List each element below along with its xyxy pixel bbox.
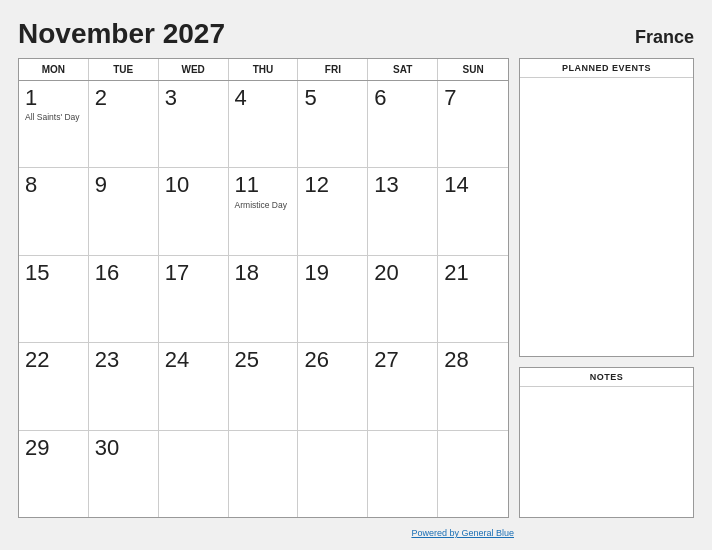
calendar-cell <box>368 431 438 517</box>
notes-title: NOTES <box>520 368 693 387</box>
calendar-cell: 12 <box>298 168 368 254</box>
day-number: 28 <box>444 348 502 372</box>
planned-events-title: PLANNED EVENTS <box>520 59 693 78</box>
day-number: 26 <box>304 348 361 372</box>
calendar-cell: 26 <box>298 343 368 429</box>
calendar-row: 22232425262728 <box>19 343 508 430</box>
day-number: 25 <box>235 348 292 372</box>
calendar-header: MONTUEWEDTHUFRISATSUN <box>19 59 508 81</box>
day-number: 4 <box>235 86 292 110</box>
day-number: 11 <box>235 173 292 197</box>
day-number: 8 <box>25 173 82 197</box>
calendar-cell <box>438 431 508 517</box>
calendar-cell: 11Armistice Day <box>229 168 299 254</box>
day-number: 9 <box>95 173 152 197</box>
main-area: MONTUEWEDTHUFRISATSUN 1All Saints' Day23… <box>18 58 694 518</box>
calendar-row: 15161718192021 <box>19 256 508 343</box>
calendar-row: 2930 <box>19 431 508 517</box>
calendar-cell: 27 <box>368 343 438 429</box>
planned-events-box: PLANNED EVENTS <box>519 58 694 357</box>
calendar-cell: 19 <box>298 256 368 342</box>
calendar-cell: 22 <box>19 343 89 429</box>
day-number: 23 <box>95 348 152 372</box>
day-number: 16 <box>95 261 152 285</box>
day-number: 17 <box>165 261 222 285</box>
day-number: 12 <box>304 173 361 197</box>
calendar-cell: 20 <box>368 256 438 342</box>
country-label: France <box>635 27 694 48</box>
day-number: 27 <box>374 348 431 372</box>
calendar-cell: 30 <box>89 431 159 517</box>
day-number: 15 <box>25 261 82 285</box>
calendar-cell: 3 <box>159 81 229 167</box>
day-of-week-header: MON <box>19 59 89 80</box>
calendar-cell: 24 <box>159 343 229 429</box>
calendar-title: November 2027 <box>18 18 225 50</box>
day-number: 1 <box>25 86 82 110</box>
calendar-cell: 13 <box>368 168 438 254</box>
header: November 2027 France <box>18 18 694 50</box>
calendar-cell: 17 <box>159 256 229 342</box>
calendar-cell: 25 <box>229 343 299 429</box>
day-of-week-header: SAT <box>368 59 438 80</box>
calendar-row: 891011Armistice Day121314 <box>19 168 508 255</box>
footer: Powered by General Blue <box>18 522 694 540</box>
holiday-label: Armistice Day <box>235 200 292 210</box>
calendar-cell: 23 <box>89 343 159 429</box>
day-number: 10 <box>165 173 222 197</box>
day-of-week-header: FRI <box>298 59 368 80</box>
day-number: 18 <box>235 261 292 285</box>
calendar-cell: 2 <box>89 81 159 167</box>
calendar-cell: 7 <box>438 81 508 167</box>
calendar: MONTUEWEDTHUFRISATSUN 1All Saints' Day23… <box>18 58 509 518</box>
day-number: 29 <box>25 436 82 460</box>
day-number: 7 <box>444 86 502 110</box>
day-number: 22 <box>25 348 82 372</box>
day-of-week-header: THU <box>229 59 299 80</box>
day-number: 24 <box>165 348 222 372</box>
day-number: 3 <box>165 86 222 110</box>
calendar-cell <box>159 431 229 517</box>
day-of-week-header: TUE <box>89 59 159 80</box>
holiday-label: All Saints' Day <box>25 112 82 122</box>
calendar-cell: 16 <box>89 256 159 342</box>
calendar-cell: 15 <box>19 256 89 342</box>
calendar-cell: 9 <box>89 168 159 254</box>
notes-box: NOTES <box>519 367 694 518</box>
day-number: 2 <box>95 86 152 110</box>
calendar-cell: 5 <box>298 81 368 167</box>
calendar-cell: 8 <box>19 168 89 254</box>
day-of-week-header: WED <box>159 59 229 80</box>
day-number: 20 <box>374 261 431 285</box>
calendar-body: 1All Saints' Day234567891011Armistice Da… <box>19 81 508 517</box>
calendar-cell: 10 <box>159 168 229 254</box>
day-number: 30 <box>95 436 152 460</box>
calendar-row: 1All Saints' Day234567 <box>19 81 508 168</box>
sidebar: PLANNED EVENTS NOTES <box>519 58 694 518</box>
calendar-cell <box>298 431 368 517</box>
calendar-cell: 29 <box>19 431 89 517</box>
calendar-cell: 6 <box>368 81 438 167</box>
calendar-cell: 14 <box>438 168 508 254</box>
day-number: 13 <box>374 173 431 197</box>
calendar-cell: 4 <box>229 81 299 167</box>
day-number: 21 <box>444 261 502 285</box>
day-of-week-header: SUN <box>438 59 508 80</box>
day-number: 19 <box>304 261 361 285</box>
day-number: 6 <box>374 86 431 110</box>
day-number: 5 <box>304 86 361 110</box>
calendar-cell: 28 <box>438 343 508 429</box>
planned-events-content <box>520 78 693 356</box>
calendar-cell: 1All Saints' Day <box>19 81 89 167</box>
page: November 2027 France MONTUEWEDTHUFRISATS… <box>0 0 712 550</box>
day-number: 14 <box>444 173 502 197</box>
powered-by-link[interactable]: Powered by General Blue <box>411 528 514 538</box>
calendar-cell: 18 <box>229 256 299 342</box>
notes-content <box>520 387 693 517</box>
calendar-cell: 21 <box>438 256 508 342</box>
calendar-cell <box>229 431 299 517</box>
